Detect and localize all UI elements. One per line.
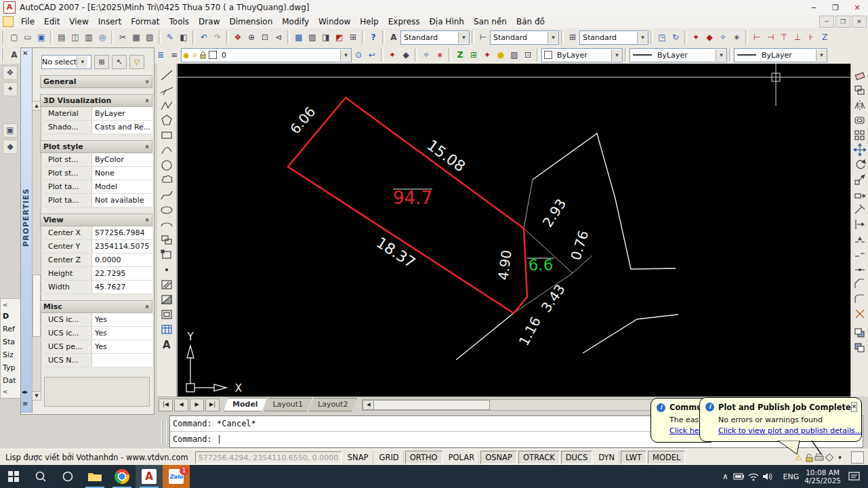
dim-override-icon[interactable]: ∗: [730, 31, 743, 44]
polyline-icon[interactable]: [161, 102, 172, 110]
menu-window[interactable]: Window: [314, 17, 355, 26]
z-plus-icon[interactable]: Z: [453, 49, 467, 62]
doc-close-button[interactable]: ✕: [852, 16, 867, 28]
expand-chevron-icon[interactable]: »: [143, 79, 150, 83]
file-explorer-button[interactable]: [81, 465, 108, 488]
toggle-model[interactable]: MODEL: [648, 451, 686, 464]
lamp-icon[interactable]: ●: [494, 49, 508, 62]
command-grip[interactable]: [161, 419, 168, 445]
line-icon[interactable]: [161, 70, 172, 80]
prop-value[interactable]: ByColor: [91, 153, 152, 166]
menu-dia-hinh[interactable]: Địa Hình: [425, 17, 469, 26]
select-objects-button[interactable]: ↖: [112, 55, 127, 69]
dim-ordinate-icon[interactable]: ⊤: [777, 31, 791, 44]
quick-select-button[interactable]: ▽: [129, 55, 144, 69]
block-editor-icon[interactable]: ◧: [177, 31, 190, 44]
plot-icon[interactable]: ▤: [55, 31, 68, 44]
property-row[interactable]: UCS ic... Yes: [40, 327, 152, 340]
layer-lock-icon[interactable]: [199, 51, 207, 60]
dropdown-arrow-icon[interactable]: ▾: [77, 56, 87, 68]
dim-edge-b[interactable]: 15.08: [424, 136, 469, 175]
prop-value[interactable]: Yes: [91, 340, 152, 353]
property-row[interactable]: Center Y 2354114.5075: [40, 240, 152, 253]
property-row[interactable]: UCS N...: [40, 354, 152, 367]
insert-block-icon[interactable]: [162, 236, 171, 244]
new-icon[interactable]: ▢: [7, 31, 21, 44]
toggle-otrack[interactable]: OTRACK: [518, 451, 560, 464]
erase-icon[interactable]: [855, 73, 865, 80]
boundary-polylines[interactable]: [456, 134, 678, 360]
property-row[interactable]: Plot st... ByColor: [40, 153, 152, 167]
stretch-icon[interactable]: [855, 194, 865, 198]
toggle-grid[interactable]: GRID: [375, 451, 404, 464]
menu-san-nen[interactable]: San nền: [469, 17, 512, 26]
tab-model[interactable]: Model: [224, 398, 267, 411]
circle-icon[interactable]: [162, 161, 171, 170]
spline-icon[interactable]: [161, 191, 172, 199]
prop-value[interactable]: Casts and Re...: [91, 121, 152, 134]
dim-angular-icon[interactable]: ⊦: [804, 31, 818, 44]
volume-icon[interactable]: [762, 472, 777, 481]
toggle-pickadd-button[interactable]: ⊞: [94, 55, 109, 69]
property-row[interactable]: Shado... Casts and Re...: [40, 121, 152, 134]
elevation-table-icon[interactable]: ⊞: [467, 49, 480, 62]
refedit-icon[interactable]: ◳: [655, 31, 669, 44]
zoom-previous-icon[interactable]: ⊲: [272, 31, 285, 44]
dropdown-arrow-icon[interactable]: ▾: [611, 49, 622, 61]
palette-autohide-icon[interactable]: ◂▸: [22, 388, 28, 395]
lineweight-combo[interactable]: ByLayer ▾: [734, 48, 827, 62]
dim-text-edit-icon[interactable]: ◆: [703, 31, 716, 44]
layers-icon[interactable]: ≣: [154, 49, 167, 62]
language-indicator[interactable]: ENG: [783, 472, 799, 481]
menu-insert[interactable]: Insert: [94, 17, 126, 26]
toggle-ducs[interactable]: DUCS: [561, 451, 593, 464]
point-icon[interactable]: [165, 268, 167, 270]
offset-icon[interactable]: [855, 117, 864, 123]
help-icon[interactable]: ?: [367, 31, 380, 44]
chamfer-icon[interactable]: [855, 279, 864, 288]
trim-icon[interactable]: [855, 205, 865, 214]
array-icon[interactable]: [855, 131, 864, 140]
color-combo[interactable]: ByLayer ▾: [541, 48, 623, 62]
scroll-thumb[interactable]: [373, 400, 490, 410]
dim-edge-g[interactable]: 3.43: [538, 281, 569, 315]
dim-radius-icon[interactable]: ⊥: [791, 31, 804, 44]
gradient-icon[interactable]: [162, 296, 171, 304]
menu-help[interactable]: Help: [355, 17, 383, 26]
tab-last-button[interactable]: ▶|: [205, 399, 220, 411]
polygon-icon[interactable]: [162, 115, 171, 125]
property-row[interactable]: UCS pe... Yes: [40, 340, 152, 354]
text-toolbar-icon[interactable]: A: [7, 49, 21, 62]
arc-icon[interactable]: [162, 148, 171, 154]
property-row[interactable]: Width 45.7627: [40, 281, 152, 294]
palette-close-icon[interactable]: ✕: [22, 49, 28, 57]
close-button[interactable]: ✕: [846, 1, 868, 15]
property-row[interactable]: UCS ic... Yes: [40, 313, 152, 327]
prop-value[interactable]: 45.7627: [91, 281, 152, 293]
dim-edge-e[interactable]: 0.76: [567, 228, 592, 262]
mtext-icon[interactable]: A: [163, 339, 171, 351]
dim-edge-f[interactable]: 4.90: [495, 249, 514, 281]
menu-ban-do[interactable]: Bản đồ: [512, 17, 550, 26]
ellipse-icon[interactable]: [161, 207, 172, 214]
copy-icon[interactable]: ▦: [129, 31, 143, 44]
extend-icon[interactable]: [856, 220, 864, 229]
docked-tool-icon-3[interactable]: ▣: [3, 123, 18, 138]
undo-icon[interactable]: ↶: [197, 31, 211, 44]
layer-combo[interactable]: ● ☼ 0 ▾: [181, 48, 352, 62]
menu-dimension[interactable]: Dimension: [224, 17, 277, 26]
dim-update-icon[interactable]: ✧: [716, 31, 730, 44]
palette-menu-icon[interactable]: ≡: [22, 400, 28, 407]
prop-value[interactable]: 2354114.5075: [91, 240, 152, 253]
save-icon[interactable]: ▣: [35, 31, 48, 44]
prop-value[interactable]: Yes: [91, 327, 152, 340]
property-row[interactable]: Plot ta... Model: [40, 180, 152, 194]
restore-button[interactable]: ❐: [825, 1, 846, 15]
prop-value[interactable]: 577256.7984: [91, 226, 152, 239]
start-button[interactable]: [0, 465, 27, 488]
break-at-point-icon[interactable]: [855, 237, 865, 242]
menu-view[interactable]: View: [64, 17, 93, 26]
rotate-icon[interactable]: [856, 160, 865, 169]
toggle-lwt[interactable]: LWT: [621, 451, 646, 464]
chrome-button[interactable]: [108, 465, 136, 488]
